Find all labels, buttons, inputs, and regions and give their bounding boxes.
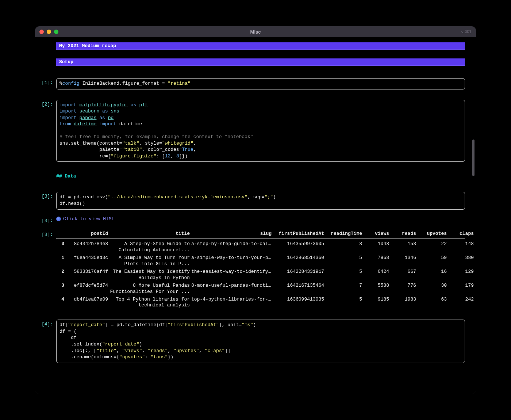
- code-text: .rename(columns={: [59, 354, 119, 360]
- input-prompt: [2]:: [42, 100, 56, 107]
- code-text: as: [96, 115, 108, 121]
- view-html-link[interactable]: Click to view HTML: [56, 216, 114, 222]
- table-header-cell: upvotes: [418, 230, 447, 238]
- table-cell: 153: [391, 240, 416, 248]
- table-cell: db4f1ea87e09: [68, 296, 108, 303]
- table-cell: 1636099413035: [273, 296, 324, 303]
- table-cell: 7: [326, 282, 362, 290]
- notebook-area[interactable]: My 2021 Medium recap Setup [1]: %config …: [35, 37, 476, 394]
- code-text: ,: [142, 348, 148, 354]
- code-text: "../data/medium-enhanced-stats-eryk-lewi…: [108, 194, 247, 200]
- code-text: .loc[:, [: [59, 348, 96, 354]
- table-cell: 179: [448, 282, 474, 290]
- table-cell: 7968: [364, 254, 389, 262]
- code-text: "upvotes": [119, 354, 145, 360]
- titlebar[interactable]: Misc ⌥⌘1: [35, 26, 476, 37]
- code-text: , sep=: [247, 194, 265, 200]
- code-text: "views": [122, 348, 142, 354]
- table-cell: 9185: [364, 296, 389, 303]
- table-cell: 58333176af4f: [68, 268, 108, 276]
- code-text: "whitegrid": [162, 141, 193, 146]
- table-cell: Top 4 Python libraries for technical ana…: [110, 296, 190, 310]
- code-text: 8: [176, 153, 179, 159]
- output-prompt: [3]:: [42, 230, 56, 237]
- code-text: seaborn: [80, 108, 100, 114]
- code-text: palette=: [59, 147, 122, 152]
- code-text: "upvotes": [173, 348, 199, 354]
- code-text: import: [96, 121, 119, 127]
- table-cell: 8 More Useful Pandas Functionalities For…: [110, 282, 190, 296]
- code-cell-1[interactable]: %config InlineBackend.figure_format = "r…: [56, 78, 465, 89]
- input-prompt: [1]:: [42, 78, 56, 85]
- table-cell: 148: [448, 240, 474, 248]
- table-cell: 242: [448, 296, 474, 303]
- table-cell: 30: [418, 282, 447, 290]
- code-text: 12: [165, 153, 171, 159]
- scrollbar-thumb[interactable]: [472, 140, 474, 176]
- table-cell: 5: [326, 268, 362, 276]
- code-text: import: [59, 108, 80, 114]
- table-header-cell: firstPublishedAt: [273, 230, 324, 238]
- table-cell: 6424: [364, 268, 389, 276]
- code-text: pandas: [80, 115, 97, 121]
- gutter: [42, 172, 56, 174]
- code-text: ,: [193, 141, 196, 146]
- code-text: }): [168, 354, 173, 360]
- table-cell: 776: [391, 282, 416, 290]
- code-text: "ms": [242, 322, 253, 328]
- code-text: :: [145, 354, 151, 360]
- code-text: matplotlib.pyplot: [80, 102, 128, 108]
- dataframe-output: postIdtitleslugfirstPublishedAtreadingTi…: [56, 230, 465, 310]
- output-prompt: [3]:: [42, 216, 56, 224]
- code-text: rc={: [59, 153, 111, 159]
- code-cell-3[interactable]: df = pd.read_csv("../data/medium-enhance…: [56, 192, 465, 209]
- table-cell: 16: [418, 268, 447, 276]
- table-cell: 8c4342b784e8: [68, 240, 108, 248]
- table-cell: 8: [326, 240, 362, 248]
- table-row: 3ef87dcfe5d748 More Useful Pandas Functi…: [56, 282, 465, 296]
- table-header-cell: [56, 230, 66, 232]
- table-header-cell: claps: [448, 230, 474, 238]
- code-text: df = pd.read_csv(: [59, 194, 108, 200]
- code-text: config: [62, 81, 80, 86]
- table-cell: A Step-by-Step Guide to Calculating Auto…: [110, 240, 190, 254]
- table-header-cell: reads: [391, 230, 416, 238]
- code-text: ,: [199, 348, 205, 354]
- code-text: ], unit=: [219, 322, 242, 328]
- code-text: df: [59, 335, 77, 340]
- code-text: ] = pd.to_datetime(df[: [105, 322, 168, 328]
- code-text: : [: [156, 153, 165, 159]
- code-text: , color_codes=: [142, 147, 182, 152]
- terminal-window: Misc ⌥⌘1 My 2021 Medium recap Setup [1]:…: [35, 26, 476, 394]
- table-row: 08c4342b784e8A Step-by-Step Guide to Cal…: [56, 240, 465, 254]
- code-text: "talk": [122, 141, 139, 146]
- table-header-cell: postId: [68, 230, 108, 238]
- table-cell: 0: [56, 240, 66, 248]
- table-cell: 1983: [391, 296, 416, 303]
- table-row: 1f6ea4435ed3cA Simple Way to Turn Your P…: [56, 254, 465, 268]
- code-text: , style=: [139, 141, 162, 146]
- code-text: as: [128, 102, 139, 108]
- code-cell-4[interactable]: df["report_date"] = pd.to_datetime(df["f…: [56, 320, 465, 363]
- table-cell: 1642868514360: [273, 254, 324, 262]
- code-text: import: [59, 102, 80, 108]
- code-text: ,: [170, 153, 176, 159]
- code-text: ,: [193, 147, 196, 152]
- code-text: "claps": [205, 348, 225, 354]
- code-comment: # feel free to modify, for example, chan…: [59, 134, 253, 140]
- table-header-cell: slug: [191, 230, 272, 238]
- table-cell: 380: [448, 254, 474, 262]
- code-text: import: [59, 115, 80, 121]
- code-cell-2[interactable]: import matplotlib.pyplot as plt import s…: [56, 100, 465, 162]
- table-cell: 59: [418, 254, 447, 262]
- input-prompt: [4]:: [42, 320, 56, 327]
- code-text: "firstPublishedAt": [168, 322, 219, 328]
- code-text: pd: [108, 115, 114, 121]
- table-row: 4db4f1ea87e09Top 4 Python libraries for …: [56, 296, 465, 310]
- table-cell: The Easiest Way to Identify Holidays in …: [110, 268, 190, 282]
- table-cell: 1346: [391, 254, 416, 262]
- code-text: ): [139, 341, 142, 347]
- code-text: ";": [265, 194, 273, 200]
- code-text: datetime: [74, 121, 96, 127]
- code-text: ,: [116, 348, 122, 354]
